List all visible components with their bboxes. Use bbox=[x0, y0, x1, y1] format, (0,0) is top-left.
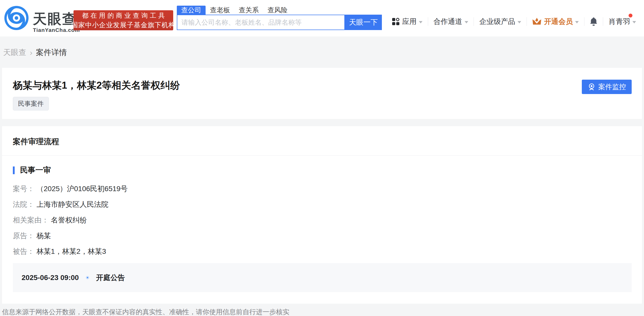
promo-line-2: 国家中小企业发展子基金旗下机构 bbox=[71, 20, 176, 30]
field-court: 法院： 上海市静安区人民法院 bbox=[13, 200, 642, 209]
section-title: 案件审理流程 bbox=[2, 136, 642, 155]
bell-icon bbox=[590, 17, 597, 26]
nav-separator bbox=[527, 17, 527, 26]
monitor-camera-icon bbox=[587, 83, 596, 91]
nav-enterprise[interactable]: 企业级产品 bbox=[479, 17, 521, 26]
tianyancha-logo-icon bbox=[4, 6, 29, 33]
nav-separator bbox=[603, 17, 603, 26]
username: 肖青羽 bbox=[609, 17, 630, 26]
nav-user[interactable]: 肖青羽 bbox=[609, 17, 636, 26]
chevron-down-icon bbox=[575, 21, 579, 23]
nav-apps[interactable]: 应用 bbox=[392, 17, 422, 26]
nav-apps-label: 应用 bbox=[402, 17, 417, 26]
nav-enterprise-label: 企业级产品 bbox=[479, 17, 515, 26]
section-divider bbox=[2, 155, 642, 156]
field-defendant: 被告： 林某1，林某2，林某3 bbox=[13, 247, 642, 256]
case-monitor-label: 案件监控 bbox=[598, 82, 626, 91]
case-process-card: 案件审理流程 民事一审 案号： （2025）沪0106民初6519号 法院： 上… bbox=[2, 126, 642, 304]
field-cause: 相关案由： 名誉权纠纷 bbox=[13, 216, 642, 224]
nav-separator bbox=[428, 17, 428, 26]
field-value: 杨某 bbox=[36, 232, 51, 240]
tianyancha-logo[interactable]: 天眼查 TianYanCha.com bbox=[4, 6, 80, 33]
chevron-down-icon bbox=[518, 21, 521, 23]
stage-accent-bar bbox=[13, 166, 15, 174]
stage-header: 民事一审 bbox=[13, 165, 642, 175]
case-fields: 案号： （2025）沪0106民初6519号 法院： 上海市静安区人民法院 相关… bbox=[13, 185, 642, 256]
nav-separator bbox=[584, 17, 584, 26]
search-tab-relation[interactable]: 查关系 bbox=[234, 6, 263, 15]
chevron-down-icon bbox=[419, 21, 422, 23]
timeline-dot-icon bbox=[86, 276, 89, 279]
search-area: 查公司 查老板 查关系 查风险 天眼一下 bbox=[177, 6, 382, 30]
search-tab-boss[interactable]: 查老板 bbox=[206, 6, 234, 15]
stage-title: 民事一审 bbox=[20, 165, 51, 175]
search-tab-risk[interactable]: 查风险 bbox=[263, 6, 292, 15]
field-label: 相关案由： bbox=[13, 216, 49, 224]
field-plaintiff: 原告： 杨某 bbox=[13, 232, 642, 240]
timeline-event: 开庭公告 bbox=[96, 273, 125, 283]
field-value: 林某1，林某2，林某3 bbox=[36, 247, 106, 256]
field-value: 名誉权纠纷 bbox=[51, 216, 87, 224]
apps-grid-icon bbox=[392, 18, 400, 25]
case-title-card: 杨某与林某1，林某2等相关名誉权纠纷 民事案件 案件监控 bbox=[2, 68, 642, 119]
breadcrumb: 天眼查 › 案件详情 bbox=[0, 36, 644, 68]
header: 天眼查 TianYanCha.com 都在用的商业查询工具 国家中小企业发展子基… bbox=[0, 0, 644, 36]
footer-disclaimer: 信息来源于网络公开数据，天眼查不保证内容的真实性、准确性，请你使用信息前自行进一… bbox=[0, 308, 644, 316]
field-value: 上海市静安区人民法院 bbox=[36, 200, 108, 209]
nav-notifications[interactable] bbox=[590, 17, 597, 26]
breadcrumb-current: 案件详情 bbox=[36, 47, 67, 58]
field-value: （2025）沪0106民初6519号 bbox=[36, 185, 128, 193]
chevron-down-icon bbox=[465, 21, 468, 23]
nav-separator bbox=[474, 17, 474, 26]
promo-line-1: 都在用的商业查询工具 bbox=[80, 11, 167, 20]
field-label: 法院： bbox=[13, 200, 34, 209]
chevron-down-icon bbox=[632, 21, 636, 23]
breadcrumb-home[interactable]: 天眼查 bbox=[3, 47, 26, 58]
field-label: 被告： bbox=[13, 247, 34, 256]
field-case-number: 案号： （2025）沪0106民初6519号 bbox=[13, 185, 642, 193]
search-tabs: 查公司 查老板 查关系 查风险 bbox=[177, 6, 382, 15]
search-input[interactable] bbox=[177, 15, 345, 30]
timeline-item[interactable]: 2025-06-23 09:00 开庭公告 bbox=[13, 263, 632, 292]
field-label: 案号： bbox=[13, 185, 34, 193]
nav-vip-label: 开通会员 bbox=[544, 17, 573, 26]
breadcrumb-separator-icon: › bbox=[30, 48, 32, 57]
case-monitor-button[interactable]: 案件监控 bbox=[582, 80, 632, 94]
timeline-datetime: 2025-06-23 09:00 bbox=[22, 274, 79, 282]
nav-cooperation-label: 合作通道 bbox=[434, 17, 462, 26]
crown-icon bbox=[532, 17, 541, 26]
field-label: 原告： bbox=[13, 232, 34, 240]
nav-vip[interactable]: 开通会员 bbox=[532, 17, 579, 26]
search-tab-company[interactable]: 查公司 bbox=[177, 6, 206, 15]
top-nav: 应用 合作通道 企业级产品 开通会员 bbox=[387, 13, 641, 30]
search-button[interactable]: 天眼一下 bbox=[345, 15, 382, 30]
promo-banner: 都在用的商业查询工具 国家中小企业发展子基金旗下机构 bbox=[73, 10, 173, 30]
nav-cooperation[interactable]: 合作通道 bbox=[434, 17, 468, 26]
case-type-tag: 民事案件 bbox=[13, 97, 49, 110]
case-title: 杨某与林某1，林某2等相关名誉权纠纷 bbox=[13, 80, 180, 91]
notification-badge-dot bbox=[629, 14, 632, 17]
